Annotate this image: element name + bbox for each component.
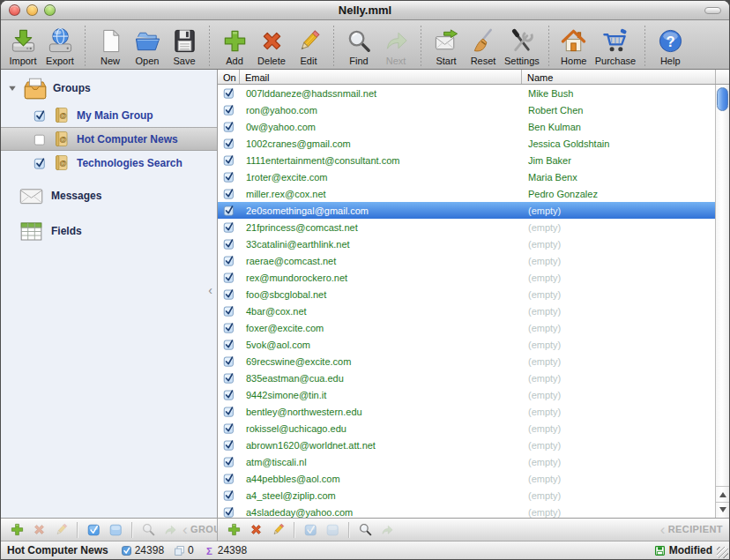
- row-checkbox[interactable]: [223, 205, 235, 216]
- toolbar-settings-button[interactable]: Settings: [502, 27, 542, 66]
- table-row[interactable]: abrown1620@worldnet.att.net(empty): [218, 437, 715, 453]
- table-row[interactable]: rokissel@uchicago.edu(empty): [218, 420, 715, 437]
- scrollbar-thumb[interactable]: [717, 87, 728, 111]
- toolbar-save-button[interactable]: Save: [166, 27, 203, 66]
- toolbar-find-button[interactable]: Find: [340, 27, 377, 66]
- row-checkbox[interactable]: [223, 305, 235, 317]
- table-row[interactable]: foo@sbcglobal.net(empty): [218, 286, 715, 302]
- table-row[interactable]: foxer@excite.com(empty): [218, 319, 715, 336]
- add-group-button[interactable]: [7, 521, 26, 539]
- toolbar-toggle-pill[interactable]: [704, 7, 721, 14]
- table-row[interactable]: 835eastman@cua.edu(empty): [218, 370, 715, 386]
- row-checkbox[interactable]: [223, 87, 235, 99]
- sidebar-header-groups[interactable]: Groups: [1, 73, 217, 103]
- table-row[interactable]: 33catalini@earthlink.net(empty): [218, 235, 715, 252]
- column-header-email[interactable]: Email: [240, 70, 522, 84]
- toolbar-home-button[interactable]: Home: [555, 27, 592, 66]
- delete-recipient-button[interactable]: [246, 521, 265, 539]
- toolbar-help-button[interactable]: ?Help: [652, 27, 689, 66]
- table-row[interactable]: 2e0somethingal@gmail.com(empty): [218, 202, 715, 219]
- row-checkbox[interactable]: [223, 255, 235, 266]
- table-row[interactable]: atm@tiscali.nl(empty): [218, 453, 715, 470]
- table-row[interactable]: miller.rex@cox.netPedro Gonzalez: [218, 185, 715, 202]
- table-row[interactable]: 9442simone@tin.it(empty): [218, 386, 715, 403]
- column-header-on[interactable]: On: [218, 70, 240, 84]
- table-row[interactable]: rex@mundorockero.net(empty): [218, 269, 715, 286]
- sidebar-splitter-grip[interactable]: ‹: [208, 284, 212, 296]
- sidebar-group-technologies-search[interactable]: @Technologies Search: [1, 151, 217, 175]
- add-recipient-button[interactable]: [224, 521, 243, 539]
- table-row[interactable]: 4bar@cox.net(empty): [218, 302, 715, 319]
- table-row[interactable]: 1roter@excite.comMaria Benx: [218, 168, 715, 185]
- row-checkbox[interactable]: [223, 422, 235, 434]
- row-checkbox[interactable]: [223, 288, 235, 300]
- sidebar-item-messages[interactable]: Messages: [1, 182, 217, 210]
- toolbar-edit-button[interactable]: Edit: [290, 27, 327, 66]
- row-checkbox[interactable]: [223, 238, 235, 250]
- uncheck-all-groups-button[interactable]: [106, 521, 125, 539]
- scroll-up-button[interactable]: [716, 487, 729, 502]
- row-checkbox[interactable]: [223, 456, 235, 467]
- table-row[interactable]: 1002cranes@gmail.comJessica Goldshtain: [218, 135, 715, 152]
- column-header-name[interactable]: Name: [522, 70, 716, 84]
- row-checkbox[interactable]: [223, 322, 235, 333]
- minimize-button[interactable]: [26, 4, 38, 16]
- toolbar-start-button[interactable]: Start: [428, 27, 465, 66]
- close-button[interactable]: [9, 4, 20, 16]
- row-checkbox[interactable]: [223, 355, 235, 367]
- toolbar-new-button[interactable]: New: [92, 27, 129, 66]
- toolbar-add-button[interactable]: Add: [216, 27, 253, 66]
- table-row[interactable]: bentley@northwestern.edu(empty): [218, 403, 715, 420]
- row-checkbox[interactable]: [223, 121, 235, 132]
- sidebar-item-fields[interactable]: Fields: [1, 217, 217, 245]
- row-checkbox[interactable]: [223, 439, 235, 451]
- row-checkbox[interactable]: [223, 138, 235, 149]
- email-cell: atm@tiscali.nl: [240, 457, 522, 467]
- scroll-down-button[interactable]: [716, 502, 729, 517]
- group-checkbox[interactable]: [34, 109, 46, 122]
- vertical-scrollbar[interactable]: [715, 85, 729, 518]
- table-row[interactable]: 0w@yahoo.comBen Kulman: [218, 118, 715, 135]
- toolbar-export-button[interactable]: Export: [41, 27, 78, 66]
- row-checkbox[interactable]: [223, 188, 235, 199]
- edit-recipient-button[interactable]: [268, 521, 287, 539]
- toolbar-button-label: Open: [136, 56, 160, 66]
- table-row[interactable]: ron@yahoo.comRobert Chen: [218, 101, 715, 118]
- table-row[interactable]: 69recswine@excite.com(empty): [218, 353, 715, 370]
- row-checkbox[interactable]: [223, 154, 235, 166]
- find-recipient-button[interactable]: [355, 521, 375, 539]
- row-checkbox[interactable]: [223, 489, 235, 501]
- toolbar-import-button[interactable]: Import: [4, 27, 41, 66]
- row-checkbox[interactable]: [223, 389, 235, 400]
- table-row[interactable]: 1111entertainment@consultant.comJim Bake…: [218, 152, 715, 168]
- row-checkbox[interactable]: [223, 372, 235, 384]
- toolbar-delete-button[interactable]: Delete: [253, 27, 290, 66]
- addressbook-icon: @: [53, 131, 70, 147]
- row-checkbox[interactable]: [223, 406, 235, 417]
- sidebar-group-hot-computer-news[interactable]: @Hot Computer News: [1, 127, 217, 151]
- group-checkbox[interactable]: [34, 157, 46, 169]
- row-checkbox[interactable]: [223, 272, 235, 283]
- row-checkbox[interactable]: [223, 171, 235, 183]
- check-all-groups-button[interactable]: [84, 521, 103, 539]
- toolbar-open-button[interactable]: Open: [129, 27, 166, 66]
- table-row[interactable]: 007lddaneze@hadssnmail.netMike Bush: [218, 85, 715, 101]
- sidebar-group-my-main-group[interactable]: @My Main Group: [1, 103, 217, 127]
- table-row[interactable]: a4sladeday@yahoo.com(empty): [218, 504, 715, 518]
- disclosure-triangle-icon[interactable]: [7, 83, 18, 93]
- table-row[interactable]: 21fprincess@comcast.net(empty): [218, 219, 715, 235]
- table-row[interactable]: raerae@comcast.net(empty): [218, 252, 715, 269]
- toolbar-purchase-button[interactable]: Purchase: [592, 27, 638, 66]
- table-row[interactable]: a4_steel@ziplip.com(empty): [218, 487, 715, 504]
- window-resize-grip[interactable]: [717, 547, 728, 558]
- group-checkbox[interactable]: [34, 133, 46, 146]
- row-checkbox[interactable]: [223, 473, 235, 484]
- row-checkbox[interactable]: [223, 506, 235, 518]
- table-row[interactable]: 5vok@aol.com(empty): [218, 336, 715, 353]
- row-checkbox[interactable]: [223, 339, 235, 350]
- table-row[interactable]: a44pebbles@aol.com(empty): [218, 470, 715, 487]
- row-checkbox[interactable]: [223, 104, 235, 116]
- zoom-button[interactable]: [44, 4, 56, 16]
- toolbar-reset-button[interactable]: Reset: [465, 27, 502, 66]
- row-checkbox[interactable]: [223, 221, 235, 233]
